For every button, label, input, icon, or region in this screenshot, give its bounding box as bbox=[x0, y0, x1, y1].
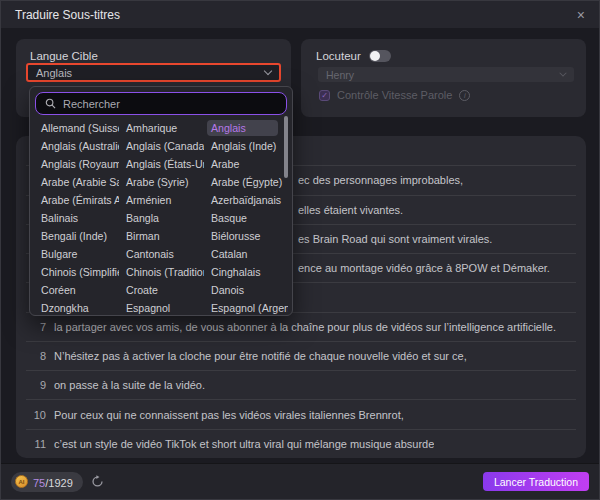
language-option[interactable]: Anglais (États-Unis) bbox=[122, 156, 204, 172]
dialog-titlebar: Traduire Sous-titres × bbox=[1, 1, 599, 28]
speaker-label: Locuteur bbox=[316, 50, 361, 62]
voice-value: Henry bbox=[326, 69, 560, 81]
speaker-toggle[interactable] bbox=[369, 50, 391, 62]
credits-badge: AI 75/1929 bbox=[11, 472, 83, 492]
subtitle-row[interactable]: 11c’est un style de vidéo TikTok et shor… bbox=[26, 429, 576, 458]
subtitle-text: Pour ceux qui ne connaissent pas les vid… bbox=[54, 409, 404, 421]
subtitle-row[interactable]: 9on passe à la suite de la vidéo. bbox=[26, 370, 576, 399]
footer-bar: AI 75/1929 Lancer Traduction bbox=[1, 463, 599, 499]
subtitle-text: c’est un style de vidéo TikTok et short … bbox=[54, 438, 434, 450]
language-option[interactable]: Anglais (Inde) bbox=[207, 138, 288, 154]
language-option[interactable]: Amharique bbox=[122, 120, 204, 136]
chevron-down-icon bbox=[264, 67, 272, 75]
ai-coin-icon: AI bbox=[15, 475, 28, 488]
language-option[interactable]: Bulgare bbox=[37, 246, 119, 262]
speaker-card: Locuteur Henry ✓ Contrôle Vitesse Parole… bbox=[301, 39, 586, 117]
language-option[interactable]: Arabe (Égypte) bbox=[207, 174, 288, 190]
credits-used: 75 bbox=[33, 477, 45, 489]
language-option[interactable]: Anglais (Australie) bbox=[37, 138, 119, 154]
toggle-knob bbox=[370, 51, 380, 61]
subtitle-row-number: 8 bbox=[32, 350, 46, 362]
search-box[interactable] bbox=[35, 92, 287, 115]
language-option[interactable]: Croate bbox=[122, 282, 204, 298]
dialog-title: Traduire Sous-titres bbox=[15, 8, 120, 22]
language-option[interactable]: Allemand (Suisse) bbox=[37, 120, 119, 136]
language-option[interactable]: Coréen bbox=[37, 282, 119, 298]
search-icon bbox=[45, 98, 56, 109]
translate-subtitles-dialog: Traduire Sous-titres × Langue Cible Angl… bbox=[0, 0, 600, 500]
language-option[interactable]: Bengali (Inde) bbox=[37, 228, 119, 244]
close-icon[interactable]: × bbox=[577, 8, 585, 22]
language-option[interactable]: Azerbaïdjanais bbox=[207, 192, 288, 208]
language-option[interactable]: Espagnol bbox=[122, 300, 204, 316]
subtitle-row[interactable]: 8N’hésitez pas à activer la cloche pour … bbox=[26, 341, 576, 370]
subtitle-row-number: 10 bbox=[32, 409, 46, 421]
language-option[interactable]: Birman bbox=[122, 228, 204, 244]
language-option[interactable]: Danois bbox=[207, 282, 288, 298]
language-option[interactable]: Biélorusse bbox=[207, 228, 288, 244]
subtitle-row-number: 7 bbox=[32, 321, 46, 333]
dropdown-scrollbar[interactable] bbox=[284, 116, 288, 178]
language-grid: Allemand (Suisse)AmhariqueAnglaisAnglais… bbox=[34, 119, 288, 317]
language-option[interactable]: Cinghalais bbox=[207, 264, 288, 280]
language-option[interactable]: Espagnol (Argentine) bbox=[207, 300, 288, 316]
language-option[interactable]: Dzongkha bbox=[37, 300, 119, 316]
language-option[interactable]: Arabe (Émirats Ara... bbox=[37, 192, 119, 208]
language-option[interactable]: Anglais bbox=[207, 120, 278, 136]
subtitle-text: la partager avec vos amis, de vous abonn… bbox=[54, 321, 556, 333]
credits-total: 1929 bbox=[48, 477, 72, 489]
language-option[interactable]: Balinais bbox=[37, 210, 119, 226]
language-option[interactable]: Bangla bbox=[122, 210, 204, 226]
language-option[interactable]: Catalan bbox=[207, 246, 288, 262]
info-icon: i bbox=[459, 90, 470, 101]
language-option[interactable]: Chinois (Simplifié) bbox=[37, 264, 119, 280]
language-option[interactable]: Arabe bbox=[207, 156, 288, 172]
target-language-select[interactable]: Anglais bbox=[26, 63, 281, 82]
chevron-down-icon bbox=[559, 69, 566, 76]
language-option[interactable]: Chinois (Traditionnel) bbox=[122, 264, 204, 280]
language-option[interactable]: Arabe (Arabie Saou... bbox=[37, 174, 119, 190]
language-option[interactable]: Arabe (Syrie) bbox=[122, 174, 204, 190]
subtitle-text: on passe à la suite de la vidéo. bbox=[54, 379, 205, 391]
check-icon: ✓ bbox=[321, 91, 328, 100]
subtitle-row-number: 11 bbox=[32, 438, 46, 450]
language-option[interactable]: Arménien bbox=[122, 192, 204, 208]
language-option[interactable]: Basque bbox=[207, 210, 288, 226]
language-dropdown: Allemand (Suisse)AmhariqueAnglaisAnglais… bbox=[29, 86, 293, 316]
subtitle-row-number: 9 bbox=[32, 379, 46, 391]
search-input[interactable] bbox=[63, 98, 277, 110]
language-option[interactable]: Anglais (Canada) bbox=[122, 138, 204, 154]
target-language-value: Anglais bbox=[36, 67, 265, 79]
voice-select[interactable]: Henry bbox=[318, 67, 574, 82]
refresh-icon[interactable] bbox=[91, 475, 105, 489]
target-language-label: Langue Cible bbox=[30, 50, 98, 62]
launch-translation-button[interactable]: Lancer Traduction bbox=[483, 472, 589, 491]
subtitle-row[interactable]: 10Pour ceux qui ne connaissent pas les v… bbox=[26, 399, 576, 428]
language-option[interactable]: Cantonais bbox=[122, 246, 204, 262]
speed-control-checkbox[interactable]: ✓ bbox=[319, 90, 330, 101]
language-option[interactable]: Anglais (Royaume-... bbox=[37, 156, 119, 172]
speed-control-label: Contrôle Vitesse Parole bbox=[337, 89, 452, 101]
subtitle-text: N’hésitez pas à activer la cloche pour ê… bbox=[54, 350, 467, 362]
